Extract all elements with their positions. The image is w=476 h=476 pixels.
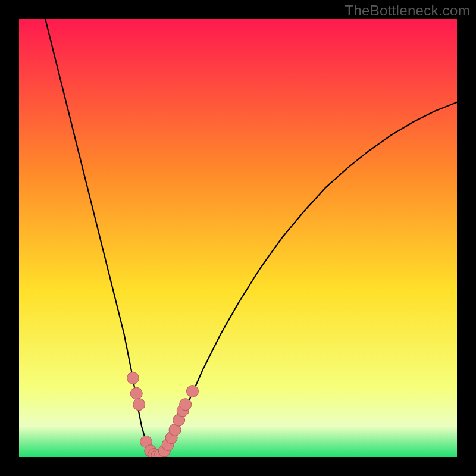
plot-area bbox=[19, 19, 457, 457]
data-marker bbox=[127, 372, 139, 384]
data-marker bbox=[180, 399, 192, 411]
bottleneck-chart bbox=[19, 19, 457, 457]
chart-frame: { "attribution": "TheBottleneck.com", "c… bbox=[0, 0, 476, 476]
attribution-text: TheBottleneck.com bbox=[345, 2, 470, 19]
data-marker bbox=[186, 386, 198, 397]
data-marker bbox=[133, 399, 145, 411]
gradient-background bbox=[19, 19, 457, 457]
data-marker bbox=[130, 387, 142, 399]
